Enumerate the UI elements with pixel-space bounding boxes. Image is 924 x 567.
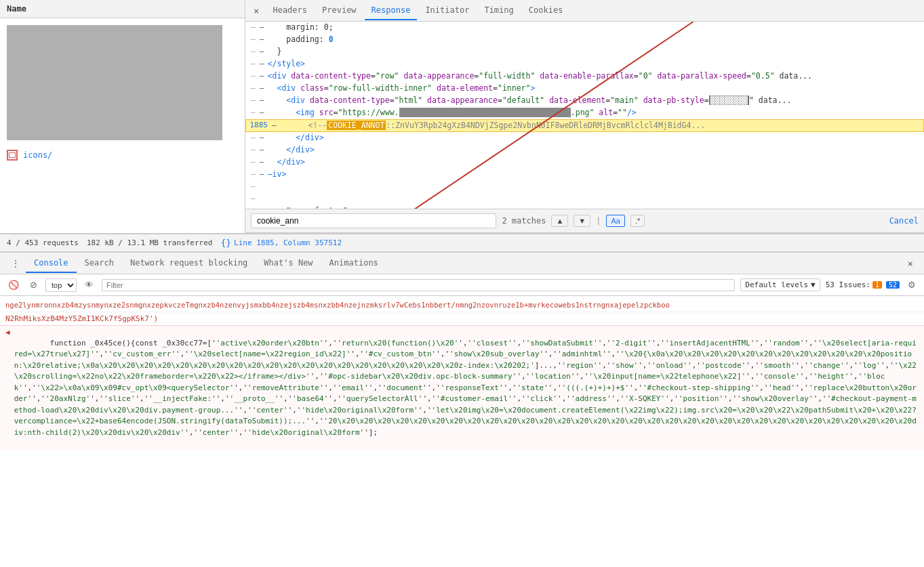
code-line: – – <div class="row-full-width-inner" da… — [245, 83, 924, 95]
tab-initiator[interactable]: Initiator — [418, 1, 476, 20]
name-header: Name — [0, 0, 245, 18]
search-regex-button[interactable]: .* — [630, 215, 645, 227]
settings-gear-button[interactable]: ⚙ — [905, 278, 919, 291]
filter-toggle-button[interactable]: ⊘ — [27, 278, 40, 291]
search-divider: | — [596, 216, 601, 226]
code-line: – – margin: 0; — [245, 22, 924, 34]
location-text: Line 1885, Column 357512 — [234, 238, 342, 247]
code-line: – – –ss="page-footer"> — [245, 205, 924, 209]
issues-orange-badge: 1 — [872, 281, 882, 289]
default-levels-select[interactable]: Default levels ▼ — [740, 278, 820, 291]
top-panel: Name icons/ × Headers Preview Response I… — [0, 0, 924, 234]
folder-icon — [7, 150, 18, 161]
status-location: {} Line 1885, Column 357512 — [220, 238, 342, 248]
code-area[interactable]: – – margin: 0; – – padding: 0 – – } – – — [245, 22, 924, 209]
issues-label: 53 Issues: — [826, 280, 870, 289]
console-line: nge2lynmronnxzb4mzysnmynxze2snmgnxzepkvc… — [0, 299, 924, 312]
issues-badge: 53 Issues: 1 52 — [826, 280, 900, 289]
top-context-select[interactable]: top — [45, 278, 77, 292]
tab-timing[interactable]: Timing — [477, 1, 520, 20]
response-panel: × Headers Preview Response Initiator Tim… — [245, 0, 924, 233]
tab-response[interactable]: Response — [365, 1, 418, 20]
console-tab-menu-icon[interactable]: ⋮ — [5, 254, 26, 273]
code-line: – – } — [245, 46, 924, 58]
code-line: – – padding: 0 — [245, 34, 924, 46]
name-content: icons/ — [0, 18, 245, 233]
icons-label[interactable]: icons/ — [23, 150, 52, 160]
console-line-main: ◀ function _0x45ce(){const _0x30cc77=[''… — [0, 325, 924, 450]
tab-cookies[interactable]: Cookies — [522, 1, 570, 20]
console-line: N2RhMiksXzB4MzY5ZmI1KCk7fSgpKSk7') — [0, 312, 924, 326]
console-tabs: ⋮ Console Search Network request blockin… — [0, 253, 924, 274]
code-line-1885: 1885 – <!--COOKIE_ANNOT::ZnVuY3Rpb24gXzB… — [245, 119, 924, 132]
tab-whats-new[interactable]: What's New — [256, 254, 321, 273]
console-line-prefix: ◀ — [5, 327, 10, 339]
folder-icon-inner — [9, 152, 16, 158]
search-bar: 2 matches ▲ ▼ | Aa .* Cancel — [245, 209, 924, 233]
bottom-panel: ⋮ Console Search Network request blockin… — [0, 253, 924, 567]
icons-item[interactable]: icons/ — [0, 147, 245, 163]
code-line: – – </div> — [245, 132, 924, 144]
search-cancel-button[interactable]: Cancel — [889, 216, 919, 226]
tabs-bar: × Headers Preview Response Initiator Tim… — [245, 0, 924, 22]
search-case-button[interactable]: Aa — [606, 215, 624, 227]
tab-animations[interactable]: Animations — [321, 254, 386, 273]
code-line: – – </div> — [245, 144, 924, 156]
console-text-main: function _0x45ce(){const _0x30cc77=[''ac… — [14, 327, 919, 450]
status-bar: 4 / 453 requests 182 kB / 13.1 MB transf… — [0, 234, 924, 253]
tab-search[interactable]: Search — [77, 254, 122, 273]
code-line: – – <div data-content-type="row" data-ap… — [245, 70, 924, 83]
console-text: N2RhMiksXzB4MzY5ZmI1KCk7fSgpKSk7') — [5, 313, 919, 325]
code-line: – — [245, 181, 924, 193]
code-line: – – </div> — [245, 156, 924, 169]
location-icon: {} — [220, 238, 231, 248]
chevron-down-icon: ▼ — [811, 280, 816, 289]
code-line: – — [245, 193, 924, 205]
status-transfer: 182 kB / 13.1 MB transferred — [87, 238, 212, 247]
eye-icon-button[interactable]: 👁 — [82, 278, 96, 291]
search-next-button[interactable]: ▼ — [574, 215, 590, 227]
name-panel: Name icons/ — [0, 0, 245, 233]
code-line: – – <img src="https://www.▓▓▓▓▓▓▓▓▓▓▓▓▓▓… — [245, 107, 924, 119]
status-requests: 4 / 453 requests — [7, 238, 79, 247]
search-input[interactable] — [251, 213, 496, 228]
console-close-icon[interactable]: × — [902, 255, 919, 272]
code-line: – – </style> — [245, 58, 924, 70]
thumbnail-placeholder — [7, 25, 222, 140]
console-filter-input[interactable] — [102, 279, 735, 291]
tab-console[interactable]: Console — [26, 254, 77, 273]
search-prev-button[interactable]: ▲ — [551, 215, 568, 227]
search-matches: 2 matches — [502, 216, 546, 226]
default-levels-label: Default levels — [745, 280, 808, 289]
close-tab-icon[interactable]: × — [248, 1, 264, 20]
code-line: – – <div data-content-type="html" data-a… — [245, 95, 924, 107]
issues-blue-badge: 52 — [886, 281, 900, 289]
tab-preview[interactable]: Preview — [315, 1, 363, 20]
clear-console-button[interactable]: 🚫 — [5, 278, 22, 291]
tab-headers[interactable]: Headers — [266, 1, 314, 20]
console-content[interactable]: nge2lynmronnxzb4mzysnmynxze2snmgnxzepkvc… — [0, 296, 924, 567]
code-line: – – –iv> — [245, 169, 924, 181]
console-toolbar: 🚫 ⊘ top 👁 Default levels ▼ 53 Issues: 1 … — [0, 274, 924, 296]
tab-network-blocking[interactable]: Network request blocking — [122, 254, 256, 273]
console-text: nge2lynmronnxzb4mzysnmynxze2snmgnxzepkvc… — [5, 299, 919, 311]
